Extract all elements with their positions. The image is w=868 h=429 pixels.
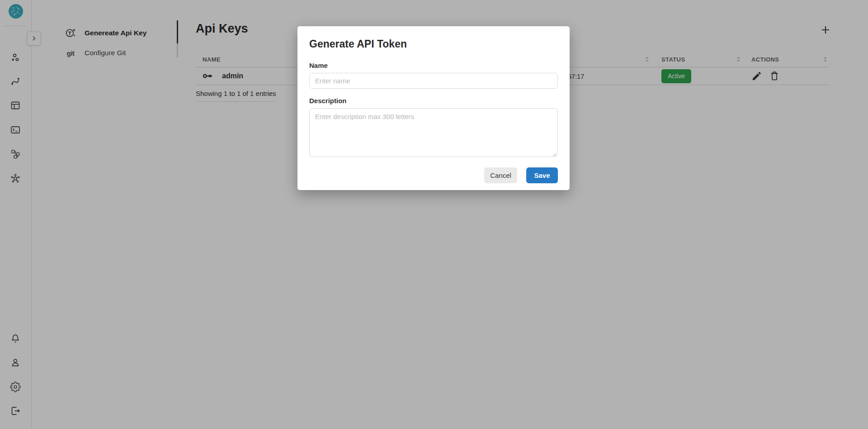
generate-api-token-modal: Generate API Token Name Description Canc… xyxy=(297,26,570,190)
modal-actions: Cancel Save xyxy=(309,167,558,183)
name-input[interactable] xyxy=(309,73,558,89)
description-textarea[interactable] xyxy=(309,108,558,157)
modal-title: Generate API Token xyxy=(309,38,558,50)
name-field-label: Name xyxy=(309,62,558,69)
cancel-button[interactable]: Cancel xyxy=(484,167,517,183)
save-button[interactable]: Save xyxy=(526,167,558,183)
description-field-label: Description xyxy=(309,97,558,105)
